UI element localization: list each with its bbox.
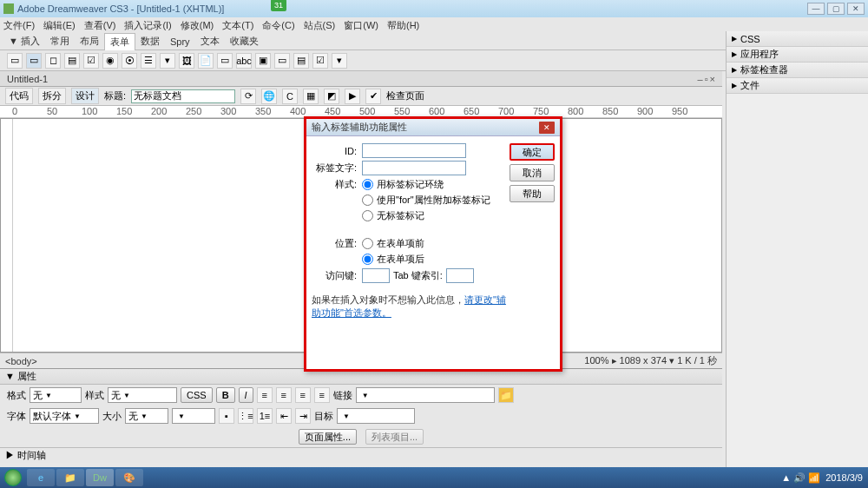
style-radio-for[interactable] — [362, 195, 373, 206]
start-button[interactable] — [0, 467, 26, 488]
format-combo[interactable]: 无▼ — [30, 387, 82, 403]
accesskey-input[interactable] — [362, 268, 390, 283]
menu-commands[interactable]: 命令(C) — [262, 19, 294, 32]
close-button[interactable]: ✕ — [847, 3, 865, 15]
ut-icon[interactable]: ⟳ — [240, 89, 256, 104]
tab-text[interactable]: 文本 — [195, 33, 225, 49]
italic-button[interactable]: I — [239, 387, 253, 403]
link-combo[interactable]: ▼ — [356, 387, 495, 403]
ul-icon[interactable]: ⋮≡ — [238, 408, 253, 424]
align-right-icon[interactable]: ≡ — [295, 387, 311, 403]
view-design[interactable]: 设计 — [71, 88, 99, 104]
id-input[interactable] — [362, 143, 466, 158]
ok-button[interactable]: 确定 — [510, 143, 555, 161]
filefield-icon[interactable]: 📄 — [198, 53, 214, 69]
task-dreamweaver[interactable]: Dw — [86, 469, 114, 486]
globe-icon[interactable]: 🌐 — [261, 89, 277, 104]
css-button[interactable]: CSS — [181, 387, 213, 403]
tab-layout[interactable]: 布局 — [75, 33, 104, 49]
label-icon[interactable]: abc — [236, 53, 252, 69]
target-combo[interactable]: ▼ — [337, 408, 415, 424]
radiogroup-icon[interactable]: ⦿ — [122, 53, 137, 69]
spry-checkbox-icon[interactable]: ☑ — [312, 53, 328, 69]
menu-modify[interactable]: 修改(M) — [181, 19, 214, 32]
color-swatch[interactable]: ▪ — [219, 408, 234, 424]
checkbox-icon[interactable]: ☑ — [83, 53, 99, 69]
doc-min[interactable]: – — [698, 74, 703, 84]
position-radio-before[interactable] — [362, 238, 373, 249]
textfield-icon[interactable]: ▭ — [26, 53, 42, 69]
bold-button[interactable]: B — [216, 387, 235, 403]
menu-window[interactable]: 窗口(W) — [344, 19, 378, 32]
minimize-button[interactable]: — — [807, 3, 825, 15]
align-center-icon[interactable]: ≡ — [276, 387, 292, 403]
indent-icon[interactable]: ⇥ — [295, 408, 311, 424]
hidden-icon[interactable]: ◻ — [45, 53, 61, 69]
title-input[interactable] — [131, 89, 235, 103]
refresh-icon[interactable]: C — [282, 89, 298, 104]
visual-aids-icon[interactable]: ◩ — [324, 89, 339, 104]
fieldset-icon[interactable]: ▣ — [255, 53, 271, 69]
label-text-input[interactable] — [362, 161, 466, 175]
menu-file[interactable]: 文件(F) — [3, 19, 35, 32]
tab-data[interactable]: 数据 — [135, 33, 165, 49]
style-combo[interactable]: 无▼ — [108, 387, 177, 403]
ol-icon[interactable]: 1≡ — [257, 408, 273, 424]
menu-help[interactable]: 帮助(H) — [387, 19, 419, 32]
dialog-title-bar[interactable]: 输入标签辅助功能属性 ✕ — [306, 119, 560, 136]
position-radio-after[interactable] — [362, 254, 373, 265]
spry-textarea-icon[interactable]: ▤ — [293, 53, 309, 69]
tab-form[interactable]: 表单 — [104, 33, 135, 50]
task-paint[interactable]: 🎨 — [115, 469, 143, 486]
tray-icons[interactable]: ▲ 🔊 📶 — [781, 472, 820, 484]
check-icon[interactable]: ✔ — [365, 89, 381, 104]
timeline-panel[interactable]: ▶ 时间轴 — [0, 447, 722, 463]
spry-validate-icon[interactable]: ▭ — [274, 53, 290, 69]
task-explorer[interactable]: 📁 — [56, 469, 84, 486]
view-options-icon[interactable]: ▦ — [303, 89, 319, 104]
menu-text[interactable]: 文本(T) — [222, 19, 253, 32]
tab-favorites[interactable]: 收藏夹 — [225, 33, 264, 49]
panel-application[interactable]: ▶应用程序 — [727, 47, 868, 63]
panel-tag-inspector[interactable]: ▶标签检查器 — [727, 63, 868, 78]
jumpmenu-icon[interactable]: ▾ — [160, 53, 175, 69]
page-properties-button[interactable]: 页面属性... — [299, 429, 357, 445]
cancel-button[interactable]: 取消 — [510, 164, 555, 181]
tab-common[interactable]: 常用 — [45, 33, 75, 49]
check-page-label[interactable]: 检查页面 — [386, 89, 424, 102]
tag-selector[interactable]: <body> — [5, 356, 37, 366]
textarea-icon[interactable]: ▤ — [64, 53, 80, 69]
doc-max[interactable]: ▫ — [705, 74, 708, 84]
folder-icon[interactable]: 📁 — [498, 387, 514, 403]
doc-tab-label[interactable]: Untitled-1 — [7, 74, 48, 84]
align-left-icon[interactable]: ≡ — [257, 387, 273, 403]
spry-select-icon[interactable]: ▾ — [332, 53, 347, 69]
menu-edit[interactable]: 编辑(E) — [43, 19, 76, 32]
size-combo[interactable]: 无▼ — [125, 408, 168, 424]
tabindex-input[interactable] — [446, 268, 474, 283]
panel-files[interactable]: ▶文件 — [727, 78, 868, 94]
preview-icon[interactable]: ▶ — [345, 89, 360, 104]
dialog-close-button[interactable]: ✕ — [539, 122, 555, 134]
panel-css[interactable]: ▶CSS — [727, 31, 868, 47]
button-icon[interactable]: ▭ — [217, 53, 233, 69]
view-split[interactable]: 拆分 — [38, 88, 66, 104]
list-icon[interactable]: ☰ — [141, 53, 156, 69]
menu-site[interactable]: 站点(S) — [304, 19, 336, 32]
radio-icon[interactable]: ◉ — [102, 53, 118, 69]
doc-close[interactable]: × — [710, 74, 715, 84]
menu-insert[interactable]: 插入记录(I) — [124, 19, 171, 32]
task-ie[interactable]: e — [27, 469, 55, 486]
font-combo[interactable]: 默认字体▼ — [30, 408, 99, 424]
style-radio-none[interactable] — [362, 210, 373, 221]
align-justify-icon[interactable]: ≡ — [314, 387, 330, 403]
unit-combo[interactable]: ▼ — [172, 408, 215, 424]
menu-view[interactable]: 查看(V) — [84, 19, 116, 32]
outdent-icon[interactable]: ⇤ — [276, 408, 292, 424]
tab-spry[interactable]: Spry — [165, 35, 195, 49]
maximize-button[interactable]: ▢ — [827, 3, 845, 15]
view-code[interactable]: 代码 — [5, 88, 33, 104]
imagefield-icon[interactable]: 🖼 — [179, 53, 194, 69]
help-button[interactable]: 帮助 — [510, 185, 555, 202]
form-icon[interactable]: ▭ — [7, 53, 23, 69]
